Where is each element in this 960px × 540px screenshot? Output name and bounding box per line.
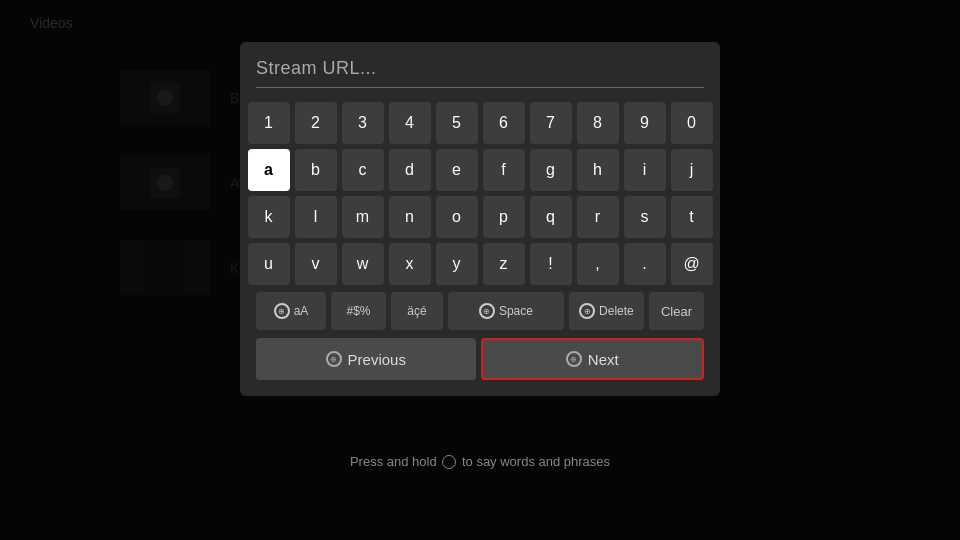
key-at[interactable]: @ xyxy=(671,243,713,285)
mic-icon xyxy=(442,455,456,469)
key-n[interactable]: n xyxy=(389,196,431,238)
key-w[interactable]: w xyxy=(342,243,384,285)
caps-icon: ⊕ xyxy=(274,303,290,319)
key-h[interactable]: h xyxy=(577,149,619,191)
clear-label: Clear xyxy=(661,304,692,319)
key-exclaim[interactable]: ! xyxy=(530,243,572,285)
key-x[interactable]: x xyxy=(389,243,431,285)
number-row: 1 2 3 4 5 6 7 8 9 0 xyxy=(256,102,704,144)
url-input-row[interactable]: Stream URL... xyxy=(256,58,704,88)
delete-label: Delete xyxy=(599,304,634,318)
next-button[interactable]: ⊕ Next xyxy=(481,338,705,380)
symbols-key[interactable]: #$% xyxy=(331,292,386,330)
next-icon: ⊕ xyxy=(566,351,582,367)
key-5[interactable]: 5 xyxy=(436,102,478,144)
clear-key[interactable]: Clear xyxy=(649,292,704,330)
space-key[interactable]: ⊕ Space xyxy=(448,292,564,330)
next-label: Next xyxy=(588,351,619,368)
caps-key[interactable]: ⊕ aA xyxy=(256,292,326,330)
key-j[interactable]: j xyxy=(671,149,713,191)
key-2[interactable]: 2 xyxy=(295,102,337,144)
key-3[interactable]: 3 xyxy=(342,102,384,144)
hint-suffix: to say words and phrases xyxy=(462,454,610,469)
key-z[interactable]: z xyxy=(483,243,525,285)
key-f[interactable]: f xyxy=(483,149,525,191)
previous-label: Previous xyxy=(348,351,406,368)
key-r[interactable]: r xyxy=(577,196,619,238)
key-6[interactable]: 6 xyxy=(483,102,525,144)
delete-icon: ⊕ xyxy=(579,303,595,319)
key-g[interactable]: g xyxy=(530,149,572,191)
key-e[interactable]: e xyxy=(436,149,478,191)
keyboard: 1 2 3 4 5 6 7 8 9 0 a b c d e f g h i j … xyxy=(256,102,704,330)
key-1[interactable]: 1 xyxy=(248,102,290,144)
delete-key[interactable]: ⊕ Delete xyxy=(569,292,644,330)
space-icon: ⊕ xyxy=(479,303,495,319)
hint-prefix: Press and hold xyxy=(350,454,437,469)
previous-icon: ⊕ xyxy=(326,351,342,367)
key-period[interactable]: . xyxy=(624,243,666,285)
key-7[interactable]: 7 xyxy=(530,102,572,144)
key-d[interactable]: d xyxy=(389,149,431,191)
symbols-label: #$% xyxy=(346,304,370,318)
key-p[interactable]: p xyxy=(483,196,525,238)
key-b[interactable]: b xyxy=(295,149,337,191)
key-9[interactable]: 9 xyxy=(624,102,666,144)
key-u[interactable]: u xyxy=(248,243,290,285)
key-k[interactable]: k xyxy=(248,196,290,238)
accents-key[interactable]: äçé xyxy=(391,292,443,330)
key-o[interactable]: o xyxy=(436,196,478,238)
key-c[interactable]: c xyxy=(342,149,384,191)
special-key-row: ⊕ aA #$% äçé ⊕ Space ⊕ Delete Clear xyxy=(256,292,704,330)
key-v[interactable]: v xyxy=(295,243,337,285)
letter-row-3: u v w x y z ! , . @ xyxy=(256,243,704,285)
url-input[interactable]: Stream URL... xyxy=(256,58,377,78)
key-i[interactable]: i xyxy=(624,149,666,191)
key-8[interactable]: 8 xyxy=(577,102,619,144)
space-label: Space xyxy=(499,304,533,318)
key-a[interactable]: a xyxy=(248,149,290,191)
key-l[interactable]: l xyxy=(295,196,337,238)
hint-text: Press and hold to say words and phrases xyxy=(0,454,960,470)
keyboard-dialog: Stream URL... 1 2 3 4 5 6 7 8 9 0 a b c … xyxy=(240,42,720,396)
key-0[interactable]: 0 xyxy=(671,102,713,144)
nav-row: ⊕ Previous ⊕ Next xyxy=(256,338,704,380)
accents-label: äçé xyxy=(407,304,426,318)
previous-button[interactable]: ⊕ Previous xyxy=(256,338,476,380)
key-comma[interactable]: , xyxy=(577,243,619,285)
key-y[interactable]: y xyxy=(436,243,478,285)
key-s[interactable]: s xyxy=(624,196,666,238)
key-t[interactable]: t xyxy=(671,196,713,238)
key-q[interactable]: q xyxy=(530,196,572,238)
letter-row-1: a b c d e f g h i j xyxy=(256,149,704,191)
letter-row-2: k l m n o p q r s t xyxy=(256,196,704,238)
key-4[interactable]: 4 xyxy=(389,102,431,144)
caps-label: aA xyxy=(294,304,309,318)
key-m[interactable]: m xyxy=(342,196,384,238)
